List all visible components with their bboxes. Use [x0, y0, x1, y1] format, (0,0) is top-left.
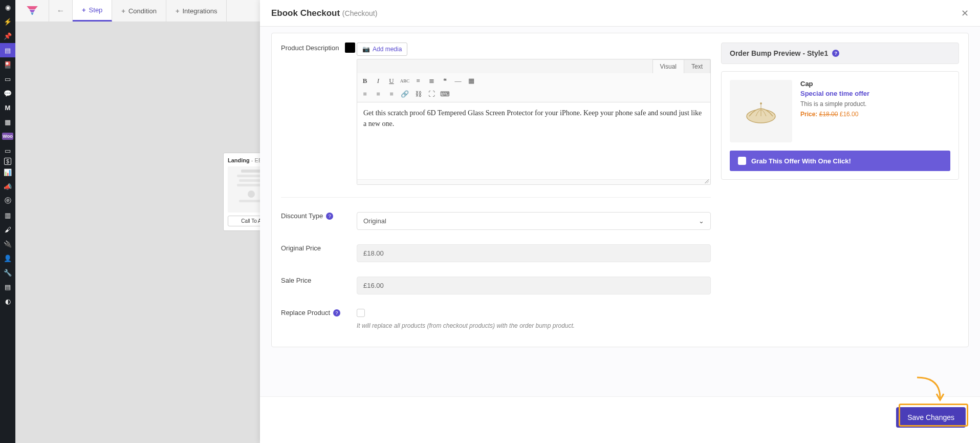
help-icon[interactable]: ?: [326, 213, 333, 220]
checkout-settings-modal: Ebook Checkout (Checkout) ✕ Product Desc…: [260, 0, 980, 443]
media-icon[interactable]: 🎴: [0, 57, 15, 72]
back-button[interactable]: ←: [49, 0, 73, 22]
bolt-icon[interactable]: ⚡: [0, 14, 15, 29]
original-price-field: £18.00: [357, 244, 711, 262]
align-left-icon[interactable]: ≡: [358, 88, 372, 101]
bullet-list-icon[interactable]: ≡: [411, 74, 425, 88]
order-bump-preview: Cap Special one time offer This is a sim…: [721, 71, 959, 180]
sale-price-label: Sale Price: [281, 277, 357, 284]
marketing-icon[interactable]: 📣: [0, 179, 15, 194]
funnel-logo[interactable]: [15, 0, 49, 22]
close-icon[interactable]: ✕: [961, 8, 969, 19]
discount-type-label: Discount Type ?: [281, 212, 357, 220]
mega-m-icon[interactable]: M: [0, 100, 15, 115]
funnel-icon[interactable]: ▤: [0, 43, 15, 57]
appearance-icon[interactable]: 🖌: [0, 222, 15, 237]
bold-icon[interactable]: B: [358, 74, 372, 88]
replace-product-checkbox[interactable]: [357, 309, 365, 317]
hr-icon[interactable]: —: [451, 74, 465, 88]
collapse-icon[interactable]: ◐: [0, 294, 15, 308]
comments-icon[interactable]: 💬: [0, 86, 15, 100]
editor-tab-visual[interactable]: Visual: [652, 59, 684, 73]
archive-icon[interactable]: ▭: [0, 143, 15, 158]
tab-condition[interactable]: +Condition: [112, 0, 166, 22]
underline-icon[interactable]: U: [385, 74, 398, 88]
tab-integrations[interactable]: +Integrations: [166, 0, 227, 22]
forms-icon[interactable]: ▦: [0, 115, 15, 129]
tab-condition-label: Condition: [128, 7, 157, 15]
italic-icon[interactable]: I: [372, 74, 385, 88]
tab-integrations-label: Integrations: [182, 7, 217, 15]
tab-step-label: Step: [89, 6, 103, 14]
modal-footer: Save Changes: [260, 396, 980, 443]
chevron-down-icon: ⌄: [699, 217, 704, 225]
fullscreen-icon[interactable]: ⛶: [425, 88, 438, 101]
dashboard-icon[interactable]: ◉: [0, 0, 15, 14]
discount-type-select[interactable]: Original ⌄: [357, 212, 711, 230]
blockquote-icon[interactable]: ❝: [438, 74, 451, 88]
editor-content[interactable]: Get this scratch proof 6D Tempered Glass…: [357, 102, 710, 179]
users-icon[interactable]: 👤: [0, 251, 15, 265]
preview-description: This is a simple product.: [800, 100, 950, 108]
help-icon[interactable]: ?: [832, 50, 839, 57]
add-media-button[interactable]: 📷 Add media: [357, 43, 407, 56]
admin-icon-sidebar: ◉ ⚡ 📌 ▤ 🎴 ▭ 💬 M ▦ Woo ▭ $ 📊 📣 ⓔ ▥ 🖌 🔌 👤 …: [0, 0, 15, 443]
woo-icon[interactable]: Woo: [2, 133, 13, 140]
settings-icon[interactable]: ▤: [0, 280, 15, 294]
strikethrough-icon[interactable]: ABC: [398, 74, 411, 88]
unlink-icon[interactable]: ⛓: [411, 88, 425, 101]
save-changes-button[interactable]: Save Changes: [896, 407, 966, 428]
templates-icon[interactable]: ▥: [0, 208, 15, 222]
align-right-icon[interactable]: ≡: [385, 88, 398, 101]
grab-offer-checkbox[interactable]: [738, 157, 746, 165]
product-image: [730, 80, 792, 142]
preview-offer-text: Special one time offer: [800, 90, 950, 97]
table-icon[interactable]: ▦: [465, 74, 478, 88]
preview-heading: Order Bump Preview - Style1 ?: [721, 43, 959, 64]
editor-toolbar: B I U ABC ≡ ≣ ❝ — ▦: [357, 73, 710, 102]
align-center-icon[interactable]: ≡: [372, 88, 385, 101]
tools-icon[interactable]: 🔧: [0, 265, 15, 280]
product-description-label: Product Description: [281, 43, 357, 53]
color-chip[interactable]: [345, 43, 355, 53]
camera-icon: 📷: [362, 46, 370, 53]
replace-product-hint: It will replace all products (from check…: [357, 322, 711, 330]
modal-header: Ebook Checkout (Checkout) ✕: [260, 0, 980, 27]
price-icon[interactable]: $: [4, 158, 11, 165]
modal-title: Ebook Checkout (Checkout): [271, 8, 377, 18]
number-list-icon[interactable]: ≣: [425, 74, 438, 88]
preview-price: Price: £18.00 £16.00: [800, 111, 950, 118]
help-icon[interactable]: ?: [333, 309, 340, 317]
svg-point-1: [760, 102, 762, 104]
editor-tab-text[interactable]: Text: [684, 59, 710, 73]
link-icon[interactable]: 🔗: [398, 88, 411, 101]
grab-offer-bar[interactable]: Grab This Offer With One Click!: [730, 151, 950, 171]
analytics-icon[interactable]: 📊: [0, 165, 15, 179]
pages-icon[interactable]: ▭: [0, 72, 15, 86]
replace-product-label: Replace Product ?: [281, 309, 357, 317]
original-price-label: Original Price: [281, 244, 357, 252]
preview-product-name: Cap: [800, 80, 950, 88]
rich-text-editor: Visual Text B I U ABC ≡ ≣: [357, 59, 711, 185]
sale-price-field: £16.00: [357, 277, 711, 294]
keyboard-icon[interactable]: ⌨: [438, 88, 451, 101]
elementor-icon[interactable]: ⓔ: [0, 194, 15, 208]
pin-icon[interactable]: 📌: [0, 29, 15, 43]
plugins-icon[interactable]: 🔌: [0, 237, 15, 251]
editor-resize-handle[interactable]: [357, 179, 710, 184]
tab-step[interactable]: +Step: [73, 0, 112, 22]
